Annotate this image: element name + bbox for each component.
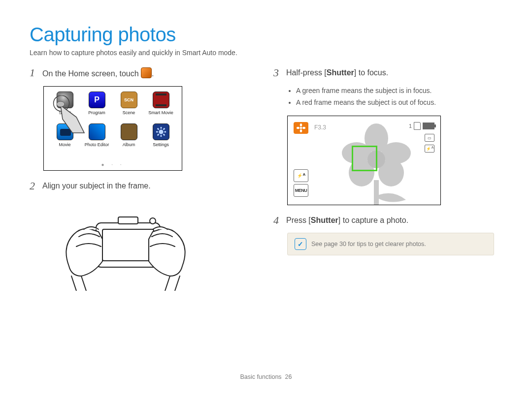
svg-point-22 (300, 127, 302, 129)
svg-point-26 (302, 127, 305, 129)
step-2: 2 Align your subject in the frame. (30, 181, 259, 191)
aspect-ratio-icon: ▭ (425, 134, 434, 142)
app-label: Movie (59, 142, 70, 147)
text: ] to capture a photo. (338, 216, 408, 224)
photo-editor-icon (89, 123, 105, 140)
svg-point-14 (150, 218, 156, 224)
app-label: Photo Editor (85, 142, 109, 147)
step-3: 3 Half-press [Shutter] to focus. (273, 67, 502, 78)
bold-shutter: Shutter (311, 216, 338, 224)
app-label: Smart (59, 110, 70, 115)
step-text: Press [Shutter] to capture a photo. (286, 215, 408, 226)
scene-code: SCN (124, 97, 133, 102)
app-settings: Settings (145, 123, 177, 153)
text: . (152, 69, 154, 78)
app-label: Scene (123, 110, 135, 115)
hands-holding-camera-illustration (64, 202, 187, 291)
step-number: 2 (30, 181, 37, 191)
step-text: On the Home screen, touch . (42, 67, 154, 79)
bullet-red-frame: A red frame means the subject is out of … (296, 97, 502, 108)
app-album: Album (113, 123, 145, 153)
app-label: Album (123, 142, 135, 147)
page-title: Capturing photos (30, 24, 502, 46)
text: On the Home screen, touch (42, 69, 141, 78)
svg-line-6 (163, 134, 165, 136)
step-number: 3 (273, 67, 281, 78)
smart-auto-icon (57, 92, 73, 108)
svg-point-24 (300, 129, 302, 132)
svg-line-7 (157, 134, 159, 136)
app-smart-auto: Smart (49, 92, 81, 121)
left-column: 1 On the Home screen, touch . Smart PPro… (30, 67, 259, 293)
text: Half-press [ (286, 68, 327, 77)
step-1: 1 On the Home screen, touch . (30, 67, 259, 79)
tip-note-box: ✓ See page 30 for tips to get clearer ph… (287, 233, 494, 255)
app-label: Settings (153, 142, 169, 147)
home-apps-grid: Smart PProgram SCNScene Smart Movie Movi… (44, 87, 182, 155)
bold-shutter: Shutter (327, 68, 354, 77)
content-columns: 1 On the Home screen, touch . Smart PPro… (30, 67, 502, 293)
note-checkmark-icon: ✓ (295, 238, 306, 250)
svg-point-23 (300, 123, 302, 126)
right-column: 3 Half-press [Shutter] to focus. A green… (273, 67, 502, 293)
focus-box-green (352, 146, 377, 171)
svg-rect-21 (374, 180, 379, 205)
menu-button-icon: MENU (294, 184, 308, 197)
settings-icon (153, 123, 169, 140)
movie-icon (57, 123, 73, 140)
program-letter: P (94, 95, 100, 104)
svg-rect-13 (118, 217, 138, 224)
bullet-green-frame: A green frame means the subject is in fo… (296, 85, 502, 96)
program-icon: P (89, 92, 105, 108)
app-label: Program (88, 110, 105, 115)
text: Press [ (286, 216, 311, 224)
focus-indicator-bullets: A green frame means the subject is in fo… (287, 85, 502, 108)
note-text: See page 30 for tips to get clearer phot… (311, 241, 487, 247)
step-text: Align your subject in the frame. (42, 181, 151, 191)
flash-indicator-icon: ⚡ (425, 145, 434, 153)
macro-mode-icon (294, 122, 308, 134)
smart-auto-mode-icon (141, 67, 152, 78)
app-program: PProgram (81, 92, 113, 121)
step-number: 1 (30, 67, 37, 78)
text: ] to focus. (354, 68, 388, 77)
app-label: Smart Movie (148, 110, 173, 115)
scene-icon: SCN (121, 92, 137, 108)
app-movie: Movie (49, 123, 81, 153)
flash-auto-icon: ⚡ (294, 169, 308, 182)
footer-section: Basic functions (240, 373, 282, 380)
flash-glyph: ⚡ (297, 173, 302, 178)
f-number-readout: F3.3 (314, 124, 326, 131)
page-footer: Basic functions 26 (0, 373, 532, 380)
svg-point-0 (159, 129, 163, 134)
page-subtitle: Learn how to capture photos easily and q… (30, 49, 502, 57)
page-indicator-dots: ● · · (44, 162, 182, 167)
svg-line-5 (157, 128, 159, 130)
manual-page: Capturing photos Learn how to capture ph… (0, 0, 532, 401)
app-smart-movie: Smart Movie (145, 92, 177, 121)
app-photo-editor: Photo Editor (81, 123, 113, 153)
footer-page-number: 26 (285, 373, 292, 380)
viewfinder-illustration: F3.3 ⚡ MENU 1 ▭ ⚡ (287, 116, 441, 205)
home-screen-illustration: Smart PProgram SCNScene Smart Movie Movi… (43, 86, 182, 171)
step-4: 4 Press [Shutter] to capture a photo. (273, 215, 502, 226)
memory-card-icon (414, 122, 421, 130)
battery-icon (423, 123, 434, 129)
step-text: Half-press [Shutter] to focus. (286, 67, 388, 78)
album-icon (121, 123, 137, 140)
svg-point-25 (297, 127, 299, 129)
battery-status: 1 (409, 122, 434, 130)
svg-line-8 (163, 128, 165, 130)
app-scene: SCNScene (113, 92, 145, 121)
smart-movie-icon (153, 92, 169, 108)
svg-rect-12 (102, 229, 154, 261)
step-number: 4 (273, 215, 281, 226)
shots-remaining: 1 (409, 123, 412, 129)
